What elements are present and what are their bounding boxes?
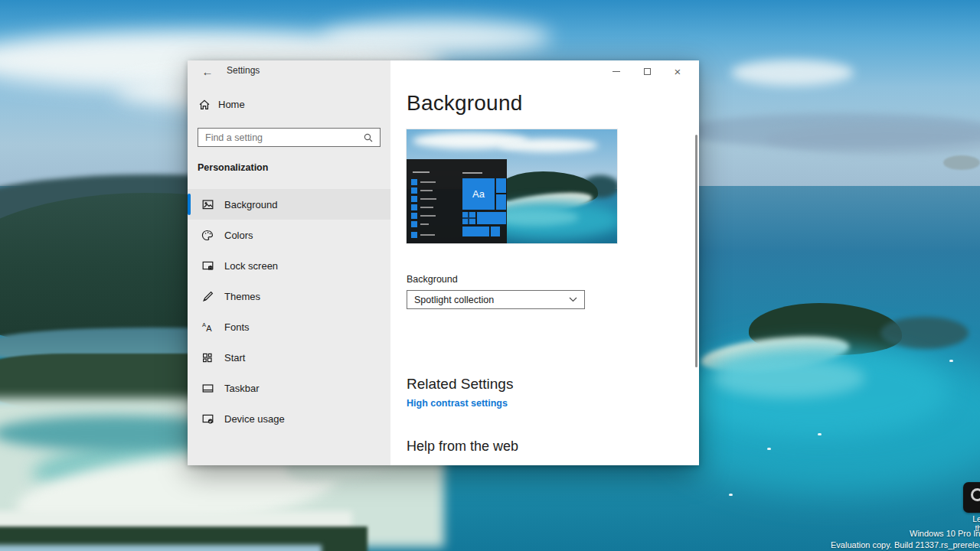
start-grid-icon	[201, 351, 214, 364]
image-icon	[201, 198, 214, 211]
wallpaper-island-tail	[880, 317, 969, 349]
preview-tile	[477, 212, 506, 224]
sidebar-item-label: Themes	[224, 291, 260, 302]
device-usage-icon	[201, 412, 214, 425]
shortcut-label-line1: Lea	[962, 514, 980, 523]
background-dropdown[interactable]: Spotlight collection	[407, 290, 585, 309]
sidebar-item-home[interactable]: Home	[198, 98, 245, 111]
sidebar-item-label: Fonts	[224, 321, 250, 333]
taskbar-icon	[201, 382, 214, 395]
lock-screen-icon	[201, 259, 214, 272]
sidebar-item-label: Lock screen	[224, 260, 278, 272]
sidebar-item-background[interactable]: Background	[188, 189, 390, 220]
svg-text:A: A	[206, 323, 212, 332]
maximize-button[interactable]	[632, 60, 662, 82]
palette-icon	[201, 229, 214, 242]
settings-content: × Background	[390, 60, 699, 465]
preview-menu-line	[413, 171, 430, 173]
selected-accent-bar	[188, 194, 191, 215]
window-caption-buttons: ×	[601, 60, 693, 82]
minimize-icon	[612, 71, 620, 72]
close-button[interactable]: ×	[662, 60, 693, 82]
sidebar-item-label: Device usage	[224, 413, 285, 425]
wallpaper-island-shallows	[712, 358, 865, 398]
sidebar-home-label: Home	[218, 99, 245, 110]
wallpaper-shore-water	[0, 545, 322, 551]
related-settings-heading: Related Settings	[407, 376, 513, 393]
back-button[interactable]: ←	[197, 62, 218, 80]
content-scrollbar[interactable]	[695, 135, 697, 367]
sidebar-item-lock-screen[interactable]: Lock screen	[188, 250, 390, 281]
window-title: Settings	[227, 65, 260, 76]
high-contrast-settings-link[interactable]: High contrast settings	[407, 398, 508, 409]
preview-tile-aa: Aa	[462, 178, 495, 210]
search-icon[interactable]	[363, 132, 374, 143]
sidebar-item-fonts[interactable]: A A Fonts	[188, 311, 390, 342]
settings-window: ← Settings Home Personalization	[188, 60, 699, 465]
minimize-button[interactable]	[601, 60, 632, 82]
sidebar-item-taskbar[interactable]: Taskbar	[188, 373, 390, 403]
preview-tile	[462, 212, 475, 224]
wallpaper-distant-island	[943, 155, 980, 170]
sidebar-item-label: Taskbar	[224, 383, 260, 394]
sidebar-nav-list: Background Colors	[188, 189, 390, 434]
search-box	[198, 128, 381, 147]
preview-cloud	[498, 139, 598, 152]
wallpaper-boat	[729, 494, 733, 496]
background-preview: Aa	[407, 129, 617, 243]
fonts-icon: A A	[201, 321, 214, 334]
wallpaper-cloud	[322, 20, 551, 55]
sidebar-item-start[interactable]: Start	[188, 342, 390, 373]
preview-menu-line	[462, 172, 482, 174]
dropdown-value: Spotlight collection	[414, 295, 494, 305]
watermark-edition: Windows 10 Pro Ins	[910, 529, 980, 538]
background-dropdown-label: Background	[407, 274, 458, 285]
sidebar-section-heading: Personalization	[198, 162, 268, 173]
sidebar-item-device-usage[interactable]: Device usage	[188, 403, 390, 434]
help-from-web-heading: Help from the web	[407, 439, 518, 455]
preview-tile	[496, 178, 506, 193]
sidebar-item-themes[interactable]: Themes	[188, 281, 390, 311]
chevron-down-icon	[569, 297, 577, 302]
wallpaper-boat	[949, 360, 953, 362]
preview-tile	[462, 227, 489, 236]
maximize-icon	[644, 68, 651, 75]
search-input[interactable]	[198, 129, 363, 146]
sidebar-item-colors[interactable]: Colors	[188, 220, 390, 250]
preview-tile	[496, 194, 506, 210]
page-title: Background	[407, 91, 522, 116]
preview-tile	[491, 227, 500, 236]
home-icon	[198, 98, 211, 111]
sidebar-item-label: Start	[224, 352, 245, 364]
sidebar-item-label: Colors	[224, 230, 253, 241]
preview-start-menu: Aa	[407, 159, 507, 243]
sidebar-item-label: Background	[224, 199, 277, 210]
settings-sidebar: ← Settings Home Personalization	[188, 60, 390, 465]
screen: Lea thi Windows 10 Pro Ins Evaluation co…	[0, 0, 980, 551]
wallpaper-cloud	[731, 60, 854, 86]
back-arrow-icon: ←	[202, 65, 214, 78]
brush-icon	[201, 290, 214, 303]
close-icon: ×	[675, 66, 681, 77]
wallpaper-boat	[767, 448, 771, 450]
watermark-evaluation: Evaluation copy. Build 21337.rs_prerelea…	[831, 540, 980, 549]
desktop-shortcut-icon[interactable]	[963, 482, 980, 513]
wallpaper-boat	[818, 433, 822, 435]
shortcut-logo-icon	[971, 488, 980, 501]
